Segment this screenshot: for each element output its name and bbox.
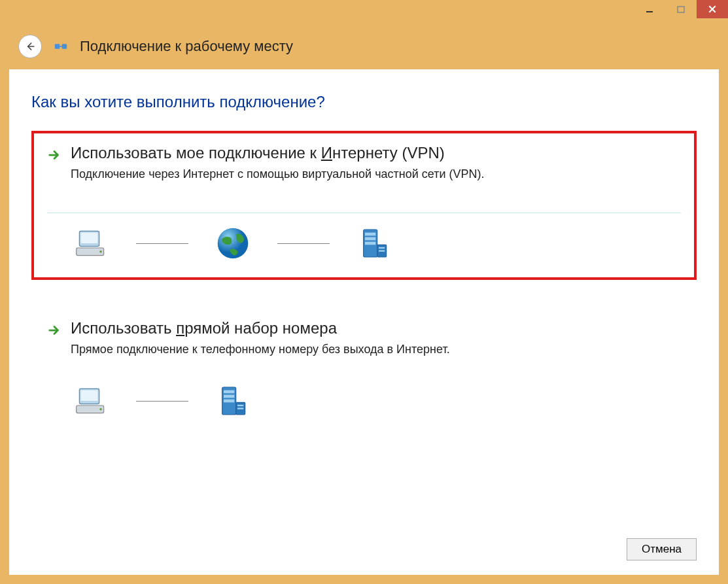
svg-rect-25 (224, 390, 234, 394)
wizard-question: Как вы хотите выполнить подключение? (31, 93, 697, 111)
option-dial-desc: Прямое подключение к телефонному номеру … (71, 343, 681, 356)
option-dial-title: Использовать прямой набор номера (71, 319, 681, 337)
connection-line (136, 243, 188, 244)
svg-rect-29 (237, 405, 243, 406)
option-vpn-header: Использовать мое подключение к Интернету… (47, 144, 681, 181)
titlebar (0, 0, 728, 24)
svg-rect-18 (379, 247, 385, 249)
option-vpn-text: Использовать мое подключение к Интернету… (71, 144, 681, 181)
computer-icon (73, 225, 110, 262)
option-dial-header: Использовать прямой набор номера Прямое … (47, 319, 681, 356)
svg-rect-21 (81, 390, 98, 401)
wizard-footer: Отмена (627, 538, 697, 560)
dial-diagram (47, 383, 681, 419)
maximize-icon (677, 5, 685, 13)
server-icon (215, 383, 251, 419)
option-dial-text: Использовать прямой набор номера Прямое … (71, 319, 681, 356)
svg-rect-14 (365, 233, 375, 236)
connection-line (136, 401, 188, 402)
back-button[interactable] (18, 35, 42, 58)
svg-rect-16 (365, 242, 375, 245)
svg-rect-30 (237, 408, 243, 409)
minimize-button[interactable] (634, 0, 665, 18)
arrow-right-icon (47, 148, 61, 162)
svg-rect-1 (678, 7, 684, 12)
option-vpn-title: Использовать мое подключение к Интернету… (71, 144, 681, 162)
back-arrow-icon (24, 40, 37, 53)
svg-rect-9 (81, 233, 98, 243)
svg-rect-26 (224, 395, 234, 398)
wizard-title: Подключение к рабочему месту (80, 38, 293, 55)
wizard-header: Подключение к рабочему месту (0, 24, 728, 69)
option-vpn[interactable]: Использовать мое подключение к Интернету… (31, 131, 697, 280)
workplace-connection-icon (54, 39, 68, 54)
close-icon (708, 5, 717, 14)
option-vpn-desc: Подключение через Интернет с помощью вир… (71, 167, 681, 181)
svg-rect-27 (224, 400, 234, 403)
maximize-button[interactable] (665, 0, 697, 18)
globe-icon (215, 225, 251, 262)
wizard-content: Как вы хотите выполнить подключение? Исп… (9, 69, 719, 575)
svg-point-11 (99, 250, 102, 253)
svg-rect-5 (55, 44, 60, 48)
option-dial[interactable]: Использовать прямой набор номера Прямое … (31, 306, 697, 438)
svg-rect-6 (62, 44, 67, 48)
minimize-icon (646, 5, 653, 13)
svg-rect-19 (379, 250, 385, 252)
diagram-separator (47, 213, 681, 213)
cancel-button[interactable]: Отмена (627, 538, 697, 560)
svg-rect-15 (365, 237, 375, 241)
vpn-diagram (47, 225, 681, 262)
svg-point-23 (99, 408, 102, 411)
close-button[interactable] (697, 0, 728, 18)
connection-line (277, 243, 330, 244)
arrow-right-icon (47, 323, 61, 337)
server-icon (356, 225, 392, 262)
computer-icon (73, 383, 110, 419)
